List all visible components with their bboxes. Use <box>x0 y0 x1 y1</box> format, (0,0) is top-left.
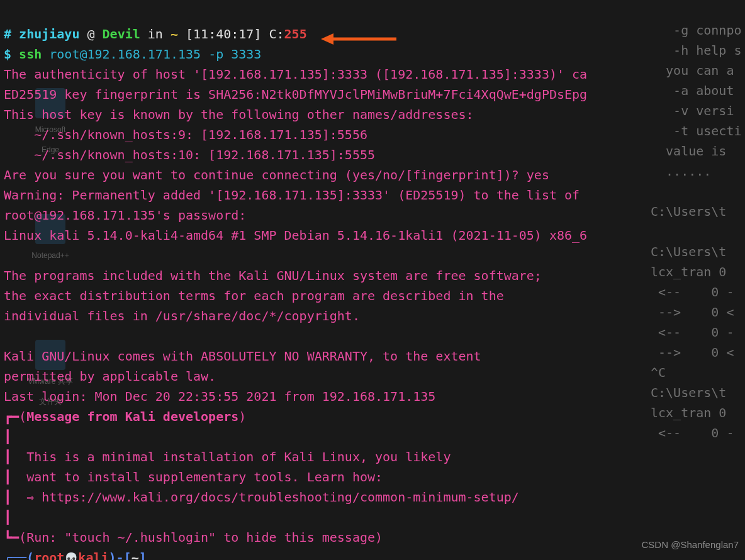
kali-prompt-end: ] <box>139 550 147 560</box>
kali-prompt-path: ~ <box>132 550 139 560</box>
output-line: The authenticity of host '[192.168.171.1… <box>4 67 587 82</box>
box-msg: ⇒ https://www.kali.org/docs/troubleshoot… <box>11 490 519 505</box>
output-line: root@192.168.171.135's password: <box>4 208 246 223</box>
output-line: Warning: Permanently added '[192.168.171… <box>4 188 587 203</box>
output-line: Kali GNU/Linux comes with ABSOLUTELY NO … <box>4 349 481 364</box>
box-msg: want to install supplementary tools. Lea… <box>11 469 383 484</box>
output-line: ED25519 key fingerprint is SHA256:N2tk0D… <box>4 87 587 102</box>
output-line: The programs included with the Kali GNU/… <box>4 268 542 283</box>
box-top-close: ) <box>238 409 246 424</box>
output-line: the exact distribution terms for each pr… <box>4 288 504 303</box>
kali-prompt-open: ┌──( <box>4 550 34 560</box>
prompt-at: @ <box>79 26 102 42</box>
prompt-time: [11:40:17] <box>178 26 269 42</box>
prompt-user: zhujiayu <box>19 26 79 42</box>
box-bar: ┃ <box>4 429 11 444</box>
skull-icon: 💀 <box>64 549 78 561</box>
output-line: Are you sure you want to continue connec… <box>4 167 549 182</box>
prompt-c: C: <box>269 26 284 42</box>
box-bot-open: ┗━( <box>4 530 26 545</box>
box-run: Run: "touch ~/.hushlogin" to hide this m… <box>26 530 375 545</box>
box-msg: This is a minimal installation of Kali L… <box>11 449 451 464</box>
box-bar: ┃ <box>4 490 11 505</box>
output-line: ~/.ssh/known_hosts:9: [192.168.171.135]:… <box>4 127 367 142</box>
output-line: Last login: Mon Dec 20 22:35:55 2021 fro… <box>4 389 435 404</box>
prompt-hash: # <box>4 26 19 42</box>
prompt-dollar: $ <box>4 47 19 62</box>
prompt-in: in <box>140 26 171 42</box>
output-line: This host key is known by the following … <box>4 107 474 122</box>
watermark: CSDN @Shanfenglan7 <box>642 535 739 555</box>
command-name: ssh <box>19 47 49 62</box>
prompt-path: ~ <box>171 26 178 42</box>
output-line: individual files in /usr/share/doc/*/cop… <box>4 308 360 323</box>
kali-prompt-host: kali <box>78 550 108 560</box>
kali-prompt-user: root <box>34 550 64 560</box>
prompt-host: Devil <box>103 26 140 42</box>
box-bar: ┃ <box>4 510 11 525</box>
box-bot-close: ) <box>375 530 383 545</box>
box-bar: ┃ <box>4 449 11 464</box>
output-line: ~/.ssh/known_hosts:10: [192.168.171.135]… <box>4 147 375 162</box>
output-line: permitted by applicable law. <box>4 369 216 384</box>
command-args: root@192.168.171.135 -p 3333 <box>49 47 261 62</box>
terminal[interactable]: # zhujiayu @ Devil in ~ [11:40:17] C:255… <box>4 4 745 560</box>
box-bar: ┃ <box>4 469 11 484</box>
output-line: Linux kali 5.14.0-kali4-amd64 #1 SMP Deb… <box>4 228 587 243</box>
kali-prompt-close: )-[ <box>109 550 132 560</box>
prompt-exitcode: 255 <box>284 26 307 42</box>
box-top-open: ┏━( <box>4 409 26 424</box>
box-title: Message from Kali developers <box>26 409 238 424</box>
